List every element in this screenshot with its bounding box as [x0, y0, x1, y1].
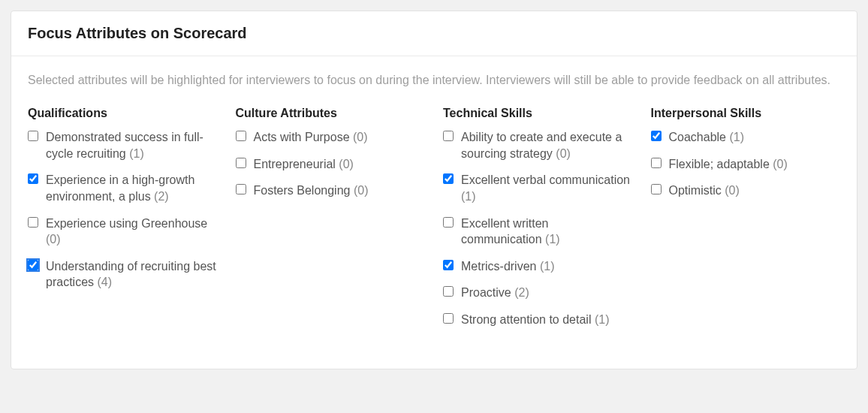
- attribute-columns: QualificationsDemonstrated success in fu…: [28, 107, 840, 338]
- attribute-text: Excellent written communication: [461, 217, 549, 246]
- attribute-count: (0): [339, 158, 354, 170]
- attribute-label: Ability to create and execute a sourcing…: [461, 129, 633, 161]
- column-heading: Technical Skills: [443, 107, 633, 120]
- attribute-text: Excellent verbal communication: [461, 173, 630, 186]
- attribute-text: Fosters Belonging: [254, 184, 351, 197]
- attribute-label: Metrics-driven (1): [461, 258, 554, 275]
- attribute-label: Demonstrated success in full-cycle recru…: [46, 129, 218, 161]
- attribute-checkbox[interactable]: [443, 286, 454, 297]
- attribute-count: (1): [595, 313, 610, 326]
- attribute-text: Metrics-driven: [461, 260, 536, 273]
- column-heading: Qualifications: [28, 107, 218, 120]
- attribute-item[interactable]: Flexible; adaptable (0): [651, 156, 841, 173]
- attribute-count: (2): [514, 286, 529, 299]
- attribute-count: (0): [46, 233, 61, 246]
- attribute-count: (1): [461, 190, 476, 203]
- attribute-text: Flexible; adaptable: [669, 158, 770, 170]
- attribute-count: (1): [540, 260, 555, 273]
- attribute-checkbox[interactable]: [443, 131, 454, 141]
- attribute-item[interactable]: Experience using Greenhouse (0): [28, 216, 218, 248]
- attribute-checkbox[interactable]: [443, 173, 454, 184]
- attribute-label: Fosters Belonging (0): [254, 182, 369, 199]
- card-title: Focus Attributes on Scorecard: [28, 25, 840, 42]
- attribute-item[interactable]: Entrepreneurial (0): [236, 156, 426, 173]
- attribute-text: Experience using Greenhouse: [46, 217, 207, 230]
- card-header: Focus Attributes on Scorecard: [11, 11, 857, 56]
- attribute-column: Culture AttributesActs with Purpose (0)E…: [236, 107, 426, 338]
- attribute-label: Entrepreneurial (0): [254, 156, 354, 173]
- attribute-text: Entrepreneurial: [254, 158, 336, 170]
- attribute-text: Strong attention to detail: [461, 313, 591, 326]
- attribute-checkbox[interactable]: [236, 158, 246, 168]
- attribute-checkbox[interactable]: [651, 131, 662, 141]
- attribute-text: Demonstrated success in full-cycle recru…: [46, 131, 203, 160]
- attribute-column: Interpersonal SkillsCoachable (1)Flexibl…: [651, 107, 841, 338]
- attribute-column: Technical SkillsAbility to create and ex…: [443, 107, 633, 338]
- attribute-checkbox[interactable]: [28, 173, 38, 184]
- attribute-text: Ability to create and execute a sourcing…: [461, 131, 622, 160]
- attribute-count: (4): [97, 276, 112, 288]
- attribute-checkbox[interactable]: [28, 131, 38, 141]
- attribute-label: Acts with Purpose (0): [254, 129, 368, 146]
- attribute-text: Proactive: [461, 286, 511, 299]
- attribute-item[interactable]: Understanding of recruiting best practic…: [28, 258, 218, 291]
- attribute-count: (0): [773, 158, 788, 170]
- attribute-item[interactable]: Optimistic (0): [651, 182, 841, 199]
- attribute-checkbox[interactable]: [443, 217, 454, 228]
- attribute-label: Excellent verbal communication (1): [461, 172, 633, 204]
- attribute-text: Acts with Purpose: [254, 131, 350, 143]
- attribute-item[interactable]: Excellent written communication (1): [443, 216, 633, 248]
- attribute-count: (1): [729, 131, 744, 143]
- attribute-checkbox[interactable]: [28, 260, 38, 270]
- attribute-text: Coachable: [669, 131, 727, 143]
- attribute-label: Proactive (2): [461, 285, 529, 301]
- attribute-count: (0): [354, 184, 369, 197]
- attribute-checkbox[interactable]: [28, 217, 38, 228]
- attribute-text: Optimistic: [669, 184, 722, 197]
- attribute-column: QualificationsDemonstrated success in fu…: [28, 107, 218, 338]
- attribute-item[interactable]: Acts with Purpose (0): [236, 129, 426, 146]
- attribute-item[interactable]: Metrics-driven (1): [443, 258, 633, 275]
- attribute-checkbox[interactable]: [443, 260, 454, 270]
- attribute-item[interactable]: Proactive (2): [443, 285, 633, 301]
- attribute-checkbox[interactable]: [443, 313, 454, 324]
- attribute-checkbox[interactable]: [236, 131, 246, 141]
- attribute-item[interactable]: Experience in a high-growth environment,…: [28, 172, 218, 204]
- attribute-count: (2): [154, 190, 169, 203]
- card-description: Selected attributes will be highlighted …: [28, 71, 840, 89]
- attribute-text: Experience in a high-growth environment,…: [46, 173, 194, 203]
- attribute-count: (1): [129, 147, 144, 160]
- attribute-item[interactable]: Strong attention to detail (1): [443, 312, 633, 328]
- card-body: Selected attributes will be highlighted …: [11, 56, 857, 369]
- attribute-count: (1): [545, 233, 560, 246]
- attribute-text: Understanding of recruiting best practic…: [46, 260, 216, 289]
- attribute-count: (0): [353, 131, 368, 143]
- attribute-label: Experience in a high-growth environment,…: [46, 172, 218, 204]
- attribute-label: Strong attention to detail (1): [461, 312, 609, 328]
- attribute-count: (0): [556, 147, 571, 160]
- focus-attributes-card: Focus Attributes on Scorecard Selected a…: [11, 11, 857, 369]
- attribute-item[interactable]: Ability to create and execute a sourcing…: [443, 129, 633, 161]
- attribute-label: Experience using Greenhouse (0): [46, 216, 218, 248]
- attribute-count: (0): [725, 184, 740, 197]
- attribute-checkbox[interactable]: [651, 158, 662, 168]
- attribute-label: Optimistic (0): [669, 182, 740, 199]
- column-heading: Culture Attributes: [236, 107, 426, 120]
- attribute-item[interactable]: Excellent verbal communication (1): [443, 172, 633, 204]
- attribute-label: Understanding of recruiting best practic…: [46, 258, 218, 291]
- attribute-item[interactable]: Coachable (1): [651, 129, 841, 146]
- attribute-label: Coachable (1): [669, 129, 745, 146]
- attribute-item[interactable]: Demonstrated success in full-cycle recru…: [28, 129, 218, 161]
- attribute-label: Flexible; adaptable (0): [669, 156, 788, 173]
- attribute-checkbox[interactable]: [236, 184, 246, 194]
- attribute-item[interactable]: Fosters Belonging (0): [236, 182, 426, 199]
- attribute-label: Excellent written communication (1): [461, 216, 633, 248]
- column-heading: Interpersonal Skills: [651, 107, 841, 120]
- attribute-checkbox[interactable]: [651, 184, 662, 194]
